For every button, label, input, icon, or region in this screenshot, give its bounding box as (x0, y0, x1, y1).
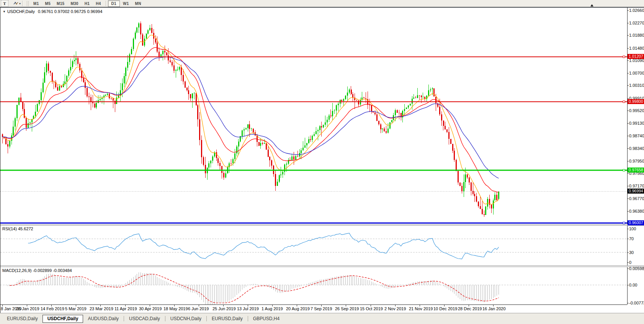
rsi-tick-mark (627, 262, 629, 263)
chart-tab-usdcnh-daily[interactable]: USDCNH,Daily (166, 315, 206, 322)
date-axis-line (0, 304, 627, 305)
price-tick-mark (627, 35, 629, 36)
price-tick-mark (627, 148, 629, 149)
chart-tab-audusd-daily[interactable]: AUDUSD,Daily (83, 315, 123, 322)
date-tick-label: 18 May 2019 (163, 306, 188, 311)
scroll-up-icon[interactable] (590, 4, 593, 7)
macd-tick-label: -0.007737 (629, 301, 644, 305)
macd-pane[interactable] (0, 267, 644, 304)
date-tick-label: 7 Sep 2019 (311, 306, 332, 311)
text-tool-button[interactable]: T (1, 0, 8, 7)
rsi-tick-mark (627, 252, 629, 253)
tab-separator (248, 316, 248, 321)
symbol-dropdown-icon[interactable]: ▼ (3, 10, 6, 13)
timeframe-button-m15[interactable]: M15 (54, 1, 67, 7)
price-tick-mark (627, 73, 629, 73)
price-tick-label: 1.02270 (629, 21, 644, 25)
macd-tick-label: 0.00 (629, 283, 637, 287)
rsi-tick-label: 0 (629, 260, 631, 265)
timeframe-button-h1[interactable]: H1 (82, 1, 93, 7)
date-tick-label: 15 Oct 2019 (360, 306, 383, 311)
chart-ohlc-values: 0.96761 0.97002 0.96725 0.96994 (38, 9, 102, 14)
timeframe-button-m30[interactable]: M30 (67, 1, 81, 7)
window-arrange-button[interactable]: ▾ (13, 0, 21, 7)
current-price-tag: 0.96994 (628, 189, 644, 194)
tab-separator (165, 316, 165, 321)
chart-symbol-label: USDCHF,Daily (7, 9, 35, 14)
price-tick-mark (627, 186, 629, 186)
price-tick-mark (627, 173, 629, 174)
date-tick-label: 11 Apr 2019 (114, 306, 137, 311)
price-tick-label: 0.99520 (629, 108, 644, 113)
chart-tab-eurusd-daily[interactable]: EURUSD,Daily (207, 315, 247, 322)
timeframe-button-mn[interactable]: MN (132, 1, 144, 7)
top-toolbar: T ▾ M1M5M15M30H1H4D1W1MN (0, 0, 644, 7)
date-tick-label: 5 Mar 2019 (65, 306, 87, 311)
date-tick-label: 6 Jun 2019 (188, 306, 209, 311)
hline-price-tag[interactable]: 0.97658 (628, 168, 644, 173)
date-tick-label: 26 Jan 2019 (16, 306, 39, 311)
rsi-tick-mark (627, 239, 629, 239)
date-tick-label: 16 Jan 2020 (482, 306, 506, 311)
price-tick-label: 0.97950 (629, 159, 644, 163)
rsi-tick-label: 70 (629, 236, 634, 241)
rsi-indicator-label: RSI(14) 45.6272 (2, 226, 33, 231)
date-tick-label: 1 Aug 2019 (262, 306, 283, 311)
price-tick-label: 0.96770 (629, 196, 644, 201)
chart-tab-usdchf-daily[interactable]: USDCHF,Daily (42, 315, 83, 323)
price-tick-label: 1.02660 (629, 8, 644, 13)
window-arrange-icon (13, 1, 19, 7)
price-tick-label: 0.97170 (629, 184, 644, 188)
macd-tick-mark (627, 303, 629, 303)
date-tick-label: 23 Mar 2019 (90, 306, 113, 311)
macd-tick-label: 0.005986 (629, 266, 644, 271)
date-tick-label: 2 Nov 2019 (384, 306, 406, 311)
rsi-tick-mark (627, 229, 629, 229)
price-tick-label: 0.98740 (629, 134, 644, 138)
hline-price-tag[interactable]: 1.01207 (628, 54, 644, 59)
chart-tab-gbpusd-h4[interactable]: GBPUSD,H4 (248, 315, 284, 322)
rsi-pane[interactable] (0, 226, 644, 265)
timeframe-button-h4[interactable]: H4 (93, 1, 104, 7)
chart-tab-usdcad-daily[interactable]: USDCAD,Daily (124, 315, 165, 322)
tab-separator (124, 316, 124, 321)
timeframe-buttons: M1M5M15M30H1H4D1W1MN (30, 0, 144, 7)
rsi-tick-label: 30 (629, 250, 634, 255)
main-chart-pane[interactable] (0, 8, 644, 224)
tab-separator (206, 316, 207, 321)
timeframe-button-m5[interactable]: M5 (42, 1, 54, 7)
price-tick-label: 1.00310 (629, 83, 644, 88)
date-tick-label: 28 Dec 2019 (458, 306, 482, 311)
price-tick-label: 0.98340 (629, 146, 644, 151)
hline-price-tag[interactable]: 0.96007 (628, 220, 644, 225)
dropdown-caret-icon: ▾ (19, 2, 21, 5)
price-tick-label: 0.99130 (629, 121, 644, 125)
macd-tick-mark (627, 285, 629, 285)
price-tick-label: 1.01480 (629, 46, 644, 50)
price-tick-mark (627, 23, 629, 23)
toolbar-separator (106, 1, 106, 6)
toolbar-separator (22, 1, 23, 6)
date-tick-label: 14 Feb 2019 (41, 306, 64, 311)
price-tick-mark (627, 123, 629, 124)
timeframe-button-w1[interactable]: W1 (120, 1, 132, 7)
price-tick-mark (627, 161, 629, 161)
date-tick-label: 26 Sep 2019 (335, 306, 359, 311)
rsi-tick-label: 100 (629, 226, 636, 231)
price-tick-label: 1.01880 (629, 33, 644, 37)
timeframe-button-d1[interactable]: D1 (108, 0, 120, 7)
price-tick-label: 1.00700 (629, 71, 644, 75)
chart-tab-eurusd-daily[interactable]: EURUSD,Daily (2, 315, 42, 322)
date-tick-label: 30 Apr 2019 (139, 306, 162, 311)
hline-price-tag[interactable]: 0.99800 (628, 99, 644, 104)
date-tick-label: 10 Dec 2019 (433, 306, 457, 311)
toolbar-drag-handle[interactable] (27, 1, 29, 6)
price-tick-mark (627, 136, 629, 136)
price-tick-label: 0.96380 (629, 209, 644, 213)
chart-title: ▼ USDCHF,Daily 0.96761 0.97002 0.96725 0… (3, 9, 102, 14)
price-tick-mark (627, 60, 629, 61)
timeframe-button-m1[interactable]: M1 (30, 1, 42, 7)
price-tick-mark (627, 98, 629, 99)
date-tick-label: 25 Jun 2019 (212, 306, 236, 311)
price-tick-mark (627, 48, 629, 49)
